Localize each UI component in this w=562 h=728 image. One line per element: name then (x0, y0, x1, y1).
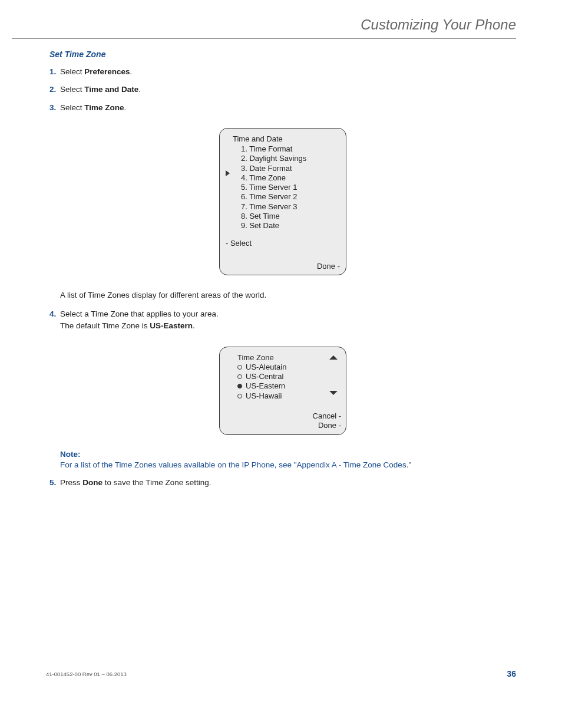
note-label: Note: (60, 449, 516, 460)
tz-option: US-Central (237, 372, 340, 381)
softkey-done: Done - (318, 421, 341, 430)
content-area: Set Time Zone 1. Select Preferences. 2. … (49, 50, 516, 495)
text: Press (60, 478, 82, 487)
step-3: 3. Select Time Zone. (49, 102, 516, 114)
menu-item: 2. Daylight Savings (241, 154, 340, 163)
bold-text: Time Zone (84, 103, 124, 112)
step-text: Press Done to save the Time Zone setting… (60, 477, 516, 489)
screen-title: Time and Date (233, 134, 340, 144)
step-text: Select Time Zone. (60, 102, 516, 114)
footer-revision: 41-001452-00 Rev 01 – 06.2013 (46, 671, 127, 677)
tz-option: US-Hawaii (237, 391, 340, 401)
step-number: 3. (49, 102, 60, 114)
step-text: Select Preferences. (60, 66, 516, 78)
menu-item-selected: 4. Time Zone (241, 173, 340, 183)
text: Select (60, 85, 84, 94)
text: . (124, 103, 127, 112)
text: Select (60, 103, 84, 112)
step-text: Select Time and Date. (60, 84, 516, 95)
note-block: Note: For a list of the Time Zones value… (60, 449, 516, 472)
menu-item: 9. Set Date (241, 221, 340, 230)
softkey-cancel: Cancel - (313, 411, 341, 421)
page-number: 36 (507, 669, 516, 678)
text: Select a Time Zone that applies to your … (60, 309, 219, 318)
bold-text: Time and Date (84, 85, 138, 94)
radio-unselected-icon (237, 394, 242, 398)
softkey-done: Done - (226, 262, 340, 271)
step-4: 4. Select a Time Zone that applies to yo… (49, 308, 516, 332)
menu-item: 5. Time Server 1 (241, 183, 340, 192)
page-header: Customizing Your Phone (361, 17, 516, 33)
text: The default Time Zone is (60, 321, 150, 330)
option-label: US-Central (246, 372, 283, 381)
radio-selected-icon (237, 384, 242, 388)
softkey-select: - Select (226, 239, 340, 248)
menu-item: 7. Time Server 3 (241, 202, 340, 212)
step-number: 1. (49, 66, 60, 78)
phone-screen-time-and-date: Time and Date 1. Time Format 2. Daylight… (219, 128, 346, 275)
text: . (138, 85, 141, 94)
step-number: 5. (49, 477, 60, 489)
step-number: 4. (49, 308, 60, 332)
menu-item: 6. Time Server 2 (241, 192, 340, 202)
bold-text: US-Eastern (150, 321, 193, 330)
note-link[interactable]: "Appendix A - Time Zone Codes." (294, 460, 411, 469)
tz-option-selected: US-Eastern (237, 381, 340, 391)
step-1: 1. Select Preferences. (49, 66, 516, 78)
radio-unselected-icon (237, 374, 242, 379)
menu-item: 8. Set Time (241, 212, 340, 221)
option-label: US-Eastern (246, 381, 285, 391)
step-number: 2. (49, 84, 60, 95)
option-label: US-Aleutain (246, 363, 286, 372)
screen-title: Time Zone (237, 353, 340, 363)
menu-item: 3. Date Format (241, 164, 340, 173)
scroll-up-icon (329, 355, 338, 360)
phone-screen-time-zone: Time Zone US-Aleutain US-Central US-East… (219, 347, 346, 435)
text: . (193, 321, 195, 330)
step-2: 2. Select Time and Date. (49, 84, 516, 95)
menu-item: 1. Time Format (241, 144, 340, 154)
bold-text: Preferences (84, 67, 130, 76)
body-paragraph: A list of Time Zones display for differe… (60, 289, 516, 301)
screen-menu-list: 1. Time Format 2. Daylight Savings 3. Da… (241, 144, 340, 230)
time-zone-list: Time Zone US-Aleutain US-Central US-East… (237, 353, 340, 401)
option-label: US-Hawaii (246, 391, 282, 401)
text: . (130, 67, 133, 76)
step-text: Select a Time Zone that applies to your … (60, 308, 516, 332)
header-rule (12, 38, 516, 39)
step-5: 5. Press Done to save the Time Zone sett… (49, 477, 516, 489)
selection-arrow-icon (226, 170, 230, 176)
radio-unselected-icon (237, 365, 242, 370)
text: to save the Time Zone setting. (103, 478, 211, 487)
scroll-down-icon (329, 391, 338, 395)
note-text: For a list of the Time Zones values avai… (60, 460, 294, 469)
tz-option: US-Aleutain (237, 363, 340, 372)
section-title: Set Time Zone (49, 50, 516, 59)
bold-text: Done (82, 478, 103, 487)
text: Select (60, 67, 84, 76)
